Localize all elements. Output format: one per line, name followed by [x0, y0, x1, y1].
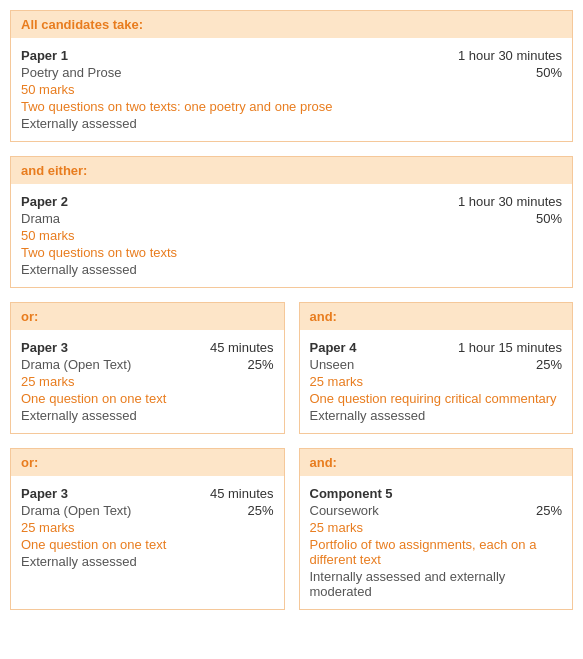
paper-time: 1 hour 30 minutes	[458, 48, 562, 63]
section-box: or: Paper 3 45 minutes Drama (Open Text)…	[10, 448, 285, 610]
paper-time: 45 minutes	[210, 340, 274, 355]
paper-subtitle: Unseen	[310, 357, 355, 372]
paper-assessed: Internally assessed and externally moder…	[310, 569, 563, 599]
paper-subtitle: Coursework	[310, 503, 379, 518]
paper-time: 45 minutes	[210, 486, 274, 501]
paper-title: Paper 3	[21, 340, 68, 355]
paper-percentage: 50%	[536, 65, 562, 80]
paper-content: Component 5 Coursework 25% 25 marks Port…	[300, 476, 573, 609]
section-box: and either: Paper 2 1 hour 30 minutes Dr…	[10, 156, 573, 288]
paper-content: Paper 1 1 hour 30 minutes Poetry and Pro…	[11, 38, 572, 141]
section-header: and:	[300, 449, 573, 476]
paper-title: Paper 2	[21, 194, 68, 209]
paper-percentage: 25%	[536, 503, 562, 518]
two-col-row: or: Paper 3 45 minutes Drama (Open Text)…	[10, 302, 573, 448]
section-header: or:	[11, 449, 284, 476]
section-header: or:	[11, 303, 284, 330]
paper-content: Paper 3 45 minutes Drama (Open Text) 25%…	[11, 476, 284, 579]
paper-title: Component 5	[310, 486, 393, 501]
paper-content: Paper 2 1 hour 30 minutes Drama 50% 50 m…	[11, 184, 572, 287]
paper-marks: 50 marks	[21, 82, 562, 97]
section-header: and:	[300, 303, 573, 330]
paper-percentage: 25%	[247, 357, 273, 372]
section-box: All candidates take: Paper 1 1 hour 30 m…	[10, 10, 573, 142]
paper-marks: 50 marks	[21, 228, 562, 243]
paper-description: Two questions on two texts: one poetry a…	[21, 99, 562, 114]
paper-assessed: Externally assessed	[310, 408, 563, 423]
section-header: All candidates take:	[11, 11, 572, 38]
paper-percentage: 50%	[536, 211, 562, 226]
paper-subtitle: Drama	[21, 211, 60, 226]
paper-description: One question on one text	[21, 391, 274, 406]
paper-marks: 25 marks	[21, 520, 274, 535]
paper-content: Paper 4 1 hour 15 minutes Unseen 25% 25 …	[300, 330, 573, 433]
section-header: and either:	[11, 157, 572, 184]
paper-description: Portfolio of two assignments, each on a …	[310, 537, 563, 567]
paper-description: Two questions on two texts	[21, 245, 562, 260]
paper-title: Paper 1	[21, 48, 68, 63]
two-col-row: or: Paper 3 45 minutes Drama (Open Text)…	[10, 448, 573, 624]
paper-marks: 25 marks	[310, 520, 563, 535]
paper-assessed: Externally assessed	[21, 262, 562, 277]
paper-title: Paper 3	[21, 486, 68, 501]
paper-percentage: 25%	[247, 503, 273, 518]
paper-assessed: Externally assessed	[21, 408, 274, 423]
paper-description: One question requiring critical commenta…	[310, 391, 563, 406]
paper-subtitle: Drama (Open Text)	[21, 357, 131, 372]
paper-subtitle: Drama (Open Text)	[21, 503, 131, 518]
paper-assessed: Externally assessed	[21, 116, 562, 131]
paper-percentage: 25%	[536, 357, 562, 372]
paper-marks: 25 marks	[310, 374, 563, 389]
paper-title: Paper 4	[310, 340, 357, 355]
paper-time: 1 hour 15 minutes	[458, 340, 562, 355]
paper-content: Paper 3 45 minutes Drama (Open Text) 25%…	[11, 330, 284, 433]
paper-description: One question on one text	[21, 537, 274, 552]
paper-time: 1 hour 30 minutes	[458, 194, 562, 209]
paper-subtitle: Poetry and Prose	[21, 65, 121, 80]
paper-assessed: Externally assessed	[21, 554, 274, 569]
section-box: and: Paper 4 1 hour 15 minutes Unseen 25…	[299, 302, 574, 434]
paper-marks: 25 marks	[21, 374, 274, 389]
section-box: or: Paper 3 45 minutes Drama (Open Text)…	[10, 302, 285, 434]
section-box: and: Component 5 Coursework 25% 25 marks…	[299, 448, 574, 610]
